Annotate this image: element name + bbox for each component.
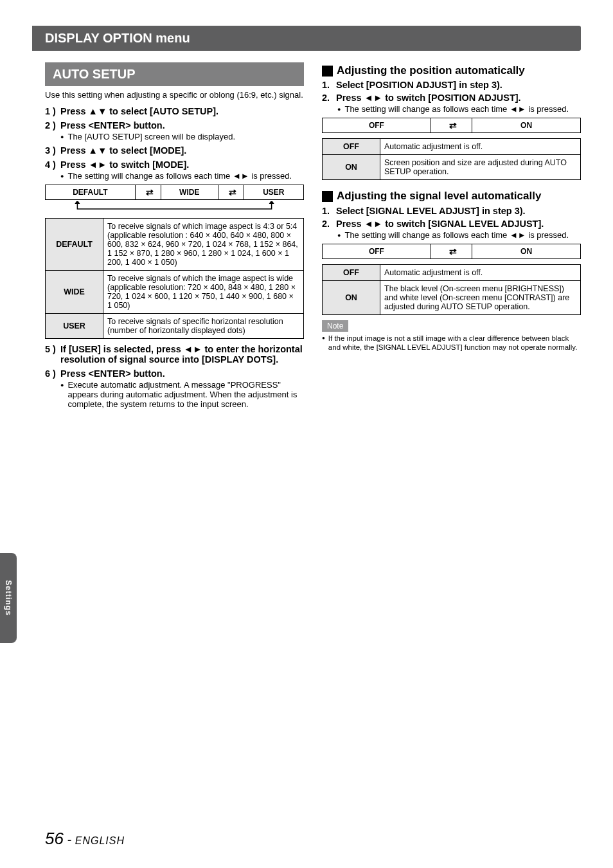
- sub-heading-signal: Adjusting the signal level automatically: [322, 189, 581, 203]
- pos-step-2-text: Press ◄► to switch [POSITION ADJUST].: [336, 93, 521, 103]
- cell-key: DEFAULT: [46, 218, 103, 270]
- table-row: DEFAULT To receive signals of which imag…: [46, 218, 304, 270]
- pos-step-1: 1. Select [POSITION ADJUST] in step 3).: [322, 80, 581, 90]
- pos-flow-table: OFF ⇄ ON: [322, 118, 581, 133]
- page-footer: 56 - ENGLISH: [45, 829, 125, 849]
- step-3: 3 ) Press ▲▼ to select [MODE].: [45, 145, 304, 156]
- cell-value: Screen position and size are adjusted du…: [380, 155, 581, 180]
- double-arrow-icon: ⇄: [431, 244, 472, 258]
- cell-key: USER: [46, 313, 103, 338]
- side-tab-label: Settings: [4, 580, 13, 615]
- step-1: 1 ) Press ▲▼ to select [AUTO SETUP].: [45, 106, 304, 116]
- flow-off: OFF: [323, 244, 431, 258]
- cell-key: OFF: [323, 264, 380, 280]
- sig-step-2: 2. Press ◄► to switch [SIGNAL LEVEL ADJU…: [322, 219, 581, 229]
- cell-key: ON: [323, 155, 380, 180]
- square-bullet-icon: [322, 191, 333, 202]
- pos-desc-table: OFF Automatic adjustment is off. ON Scre…: [322, 138, 581, 180]
- table-row: ON The black level (On-screen menu [BRIG…: [323, 280, 581, 314]
- section-heading-auto-setup: AUTO SETUP: [45, 62, 304, 86]
- step-1-text: Press ▲▼ to select [AUTO SETUP].: [60, 106, 218, 116]
- pos-step-2: 2. Press ◄► to switch [POSITION ADJUST].: [322, 93, 581, 103]
- cell-value: To receive signals of specific horizonta…: [103, 313, 304, 338]
- right-column: Adjusting the position automatically 1. …: [322, 62, 581, 409]
- page-title: DISPLAY OPTION menu: [32, 26, 581, 51]
- sig-step-1-text: Select [SIGNAL LEVEL ADJUST] in step 3).: [336, 206, 526, 216]
- intro-text: Use this setting when adjusting a specif…: [45, 90, 304, 101]
- flow-off: OFF: [323, 118, 431, 133]
- mode-desc-table: DEFAULT To receive signals of which imag…: [45, 218, 304, 339]
- sig-step-2-text: Press ◄► to switch [SIGNAL LEVEL ADJUST]…: [336, 219, 544, 229]
- double-arrow-icon: ⇄: [431, 118, 472, 133]
- svg-marker-1: [269, 201, 274, 204]
- table-row: ON Screen position and size are adjusted…: [323, 155, 581, 180]
- page-number: 56: [45, 829, 64, 848]
- step-4-bullet: The setting will change as follows each …: [60, 171, 304, 181]
- svg-marker-0: [75, 201, 80, 204]
- note-label: Note: [322, 320, 348, 332]
- step-5: 5 ) If [USER] is selected, press ◄► to e…: [45, 344, 304, 365]
- step-6-text: Press <ENTER> button.: [60, 368, 165, 379]
- table-row: WIDE To receive signals of which the ima…: [46, 270, 304, 313]
- cell-key: OFF: [323, 139, 380, 155]
- flow-default: DEFAULT: [46, 185, 136, 199]
- square-bullet-icon: [322, 66, 333, 77]
- double-arrow-icon: ⇄: [218, 185, 244, 199]
- side-tab-settings: Settings: [0, 553, 17, 643]
- flow-on: ON: [472, 244, 581, 258]
- sub-heading-position: Adjusting the position automatically: [322, 64, 581, 77]
- footer-sep: -: [64, 833, 75, 847]
- step-6-bullet: Execute automatic adjustment. A message …: [60, 380, 304, 409]
- sig-flow-table: OFF ⇄ ON: [322, 244, 581, 259]
- cell-value: The black level (On-screen menu [BRIGHTN…: [380, 280, 581, 314]
- table-row: OFF Automatic adjustment is off.: [323, 264, 581, 280]
- cell-value: Automatic adjustment is off.: [380, 264, 581, 280]
- flow-wide: WIDE: [161, 185, 218, 199]
- note-text: If the input image is not a still image …: [322, 334, 581, 353]
- cell-value: To receive signals of which image aspect…: [103, 218, 304, 270]
- cell-value: Automatic adjustment is off.: [380, 139, 581, 155]
- step-6: 6 ) Press <ENTER> button.: [45, 368, 304, 379]
- sub-heading-text: Adjusting the signal level automatically: [337, 189, 541, 203]
- mode-flow-table: DEFAULT ⇄ WIDE ⇄ USER: [45, 185, 304, 200]
- step-4: 4 ) Press ◄► to switch [MODE].: [45, 159, 304, 170]
- table-row: OFF Automatic adjustment is off.: [323, 139, 581, 155]
- sig-step-1: 1. Select [SIGNAL LEVEL ADJUST] in step …: [322, 206, 581, 216]
- sig-desc-table: OFF Automatic adjustment is off. ON The …: [322, 264, 581, 315]
- cell-key: WIDE: [46, 270, 103, 313]
- step-3-text: Press ▲▼ to select [MODE].: [60, 145, 186, 156]
- flow-on: ON: [472, 118, 581, 133]
- pos-step-1-text: Select [POSITION ADJUST] in step 3).: [336, 80, 502, 90]
- sig-step-2-bullet: The setting will change as follows each …: [337, 230, 581, 240]
- step-2-bullet: The [AUTO SETUP] screen will be displaye…: [60, 132, 304, 141]
- footer-language: ENGLISH: [75, 835, 125, 846]
- left-column: AUTO SETUP Use this setting when adjusti…: [45, 62, 304, 409]
- sub-heading-text: Adjusting the position automatically: [337, 64, 525, 77]
- pos-step-2-bullet: The setting will change as follows each …: [337, 104, 581, 114]
- double-arrow-icon: ⇄: [135, 185, 161, 199]
- flow-return-arrow: [45, 201, 304, 214]
- table-row: USER To receive signals of specific hori…: [46, 313, 304, 338]
- cell-key: ON: [323, 280, 380, 314]
- step-2: 2 ) Press <ENTER> button.: [45, 120, 304, 131]
- step-2-text: Press <ENTER> button.: [60, 120, 165, 131]
- flow-user: USER: [244, 185, 303, 199]
- step-5-text: If [USER] is selected, press ◄► to enter…: [60, 344, 304, 365]
- step-4-text: Press ◄► to switch [MODE].: [60, 159, 189, 170]
- cell-value: To receive signals of which the image as…: [103, 270, 304, 313]
